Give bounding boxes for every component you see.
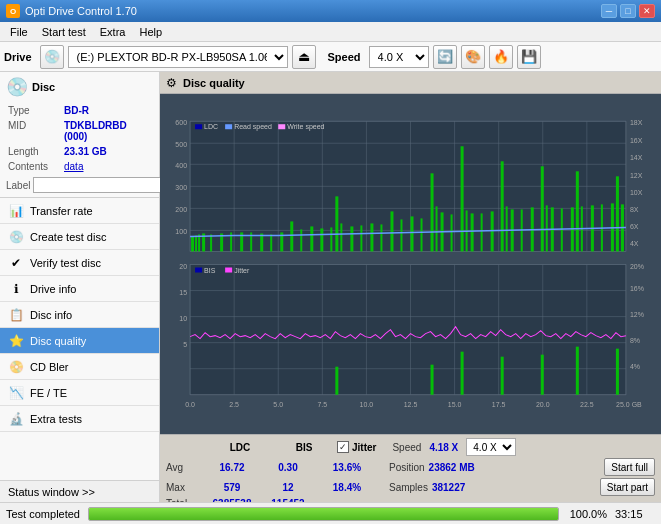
save-button[interactable]: 💾 [517, 45, 541, 69]
label-input[interactable] [33, 177, 166, 193]
svg-text:17.5: 17.5 [492, 401, 506, 408]
svg-text:2.5: 2.5 [229, 401, 239, 408]
svg-text:20.0: 20.0 [536, 401, 550, 408]
svg-rect-39 [350, 226, 353, 251]
sidebar-item-disc-quality[interactable]: ⭐ Disc quality [0, 328, 159, 354]
avg-ldc: 16.72 [201, 462, 263, 473]
sidebar-item-label: Verify test disc [30, 257, 101, 269]
svg-rect-62 [546, 205, 548, 251]
toolbar: Drive 💿 (E:) PLEXTOR BD-R PX-LB950SA 1.0… [0, 42, 661, 72]
bottom-bar: Test completed 100.0% 33:15 [0, 502, 661, 524]
svg-text:200: 200 [175, 206, 187, 213]
sidebar-item-drive-info[interactable]: ℹ Drive info [0, 276, 159, 302]
drive-label: Drive [4, 51, 32, 63]
sidebar-item-verify-test-disc[interactable]: ✔ Verify test disc [0, 250, 159, 276]
status-window-button[interactable]: Status window >> [0, 480, 159, 502]
svg-rect-21 [195, 235, 197, 251]
svg-rect-47 [431, 173, 434, 251]
svg-rect-113 [461, 352, 464, 395]
nav-list: 📊 Transfer rate 💿 Create test disc ✔ Ver… [0, 198, 159, 432]
svg-rect-41 [370, 223, 373, 251]
charts-svg: 600 500 400 300 200 100 18X 16X 14X 12X … [160, 94, 661, 434]
start-part-button[interactable]: Start part [600, 478, 655, 496]
create-test-disc-icon: 💿 [8, 229, 24, 245]
menu-file[interactable]: File [4, 24, 34, 40]
disc-quality-icon: ⭐ [8, 333, 24, 349]
drive-icon-btn[interactable]: 💿 [40, 45, 64, 69]
svg-text:12X: 12X [630, 172, 643, 179]
svg-rect-53 [471, 213, 474, 251]
status-window-label: Status window >> [8, 486, 95, 498]
svg-rect-120 [225, 268, 232, 273]
contents-value[interactable]: data [64, 160, 151, 173]
close-button[interactable]: ✕ [639, 4, 655, 18]
svg-rect-117 [616, 349, 619, 395]
progress-bar-fill [89, 508, 558, 520]
svg-rect-35 [320, 228, 323, 251]
svg-rect-91 [278, 124, 285, 129]
type-value: BD-R [64, 104, 151, 117]
charts-wrapper: 600 500 400 300 200 100 18X 16X 14X 12X … [160, 94, 661, 434]
progress-percent: 100.0% [567, 508, 607, 520]
sidebar-item-disc-info[interactable]: 📋 Disc info [0, 302, 159, 328]
svg-rect-40 [360, 225, 362, 251]
svg-text:16%: 16% [630, 285, 644, 292]
svg-rect-54 [481, 213, 483, 251]
svg-rect-64 [561, 208, 563, 251]
chart-settings-icon[interactable]: ⚙ [166, 76, 177, 90]
svg-rect-33 [300, 229, 302, 251]
sidebar-item-label: Transfer rate [30, 205, 93, 217]
svg-text:10X: 10X [630, 189, 643, 196]
sidebar-item-label: Disc info [30, 309, 72, 321]
jitter-checkbox-area[interactable]: ✓ Jitter [337, 441, 376, 453]
menu-start-test[interactable]: Start test [36, 24, 92, 40]
sidebar-item-label: Drive info [30, 283, 76, 295]
svg-text:16X: 16X [630, 137, 643, 144]
svg-text:4%: 4% [630, 363, 640, 370]
speed-select-stats[interactable]: 4.0 X [466, 438, 516, 456]
svg-text:10: 10 [179, 315, 187, 322]
svg-rect-89 [225, 124, 232, 129]
menu-extra[interactable]: Extra [94, 24, 132, 40]
chart-header: ⚙ Disc quality [160, 72, 661, 94]
avg-label: Avg [166, 462, 201, 473]
menu-help[interactable]: Help [133, 24, 168, 40]
jitter-checkbox[interactable]: ✓ [337, 441, 349, 453]
burn-button[interactable]: 🔥 [489, 45, 513, 69]
refresh-button[interactable]: 🔄 [433, 45, 457, 69]
eject-button[interactable]: ⏏ [292, 45, 316, 69]
svg-rect-24 [210, 234, 212, 251]
sidebar-item-create-test-disc[interactable]: 💿 Create test disc [0, 224, 159, 250]
svg-rect-55 [491, 211, 494, 251]
color-button[interactable]: 🎨 [461, 45, 485, 69]
svg-text:LDC: LDC [204, 123, 218, 130]
maximize-button[interactable]: □ [620, 4, 636, 18]
svg-rect-36 [330, 227, 332, 251]
avg-bis: 0.30 [263, 462, 313, 473]
label-row: Label ⚙ [6, 177, 153, 193]
sidebar-item-transfer-rate[interactable]: 📊 Transfer rate [0, 198, 159, 224]
sidebar-item-fe-te[interactable]: 📉 FE / TE [0, 380, 159, 406]
svg-rect-116 [576, 347, 579, 395]
svg-rect-37 [335, 196, 338, 251]
drive-info-icon: ℹ [8, 281, 24, 297]
col-header-ldc: LDC [209, 442, 271, 453]
sidebar-item-cd-bler[interactable]: 📀 CD Bler [0, 354, 159, 380]
col-header-jitter: Jitter [352, 442, 376, 453]
svg-text:500: 500 [175, 141, 187, 148]
svg-text:300: 300 [175, 184, 187, 191]
verify-test-disc-icon: ✔ [8, 255, 24, 271]
menu-bar: File Start test Extra Help [0, 22, 661, 42]
svg-text:6X: 6X [630, 223, 639, 230]
speed-select-toolbar[interactable]: 4.0 X [369, 46, 429, 68]
length-value: 23.31 GB [64, 145, 151, 158]
svg-rect-46 [421, 218, 423, 251]
mid-value: TDKBLDRBD (000) [64, 119, 151, 143]
drive-select[interactable]: (E:) PLEXTOR BD-R PX-LB950SA 1.06 [68, 46, 288, 68]
svg-text:25.0 GB: 25.0 GB [616, 401, 642, 408]
minimize-button[interactable]: ─ [601, 4, 617, 18]
max-ldc: 579 [201, 482, 263, 493]
main-layout: 💿 Disc Type BD-R MID TDKBLDRBD (000) Len… [0, 72, 661, 502]
sidebar-item-extra-tests[interactable]: 🔬 Extra tests [0, 406, 159, 432]
start-full-button[interactable]: Start full [604, 458, 655, 476]
